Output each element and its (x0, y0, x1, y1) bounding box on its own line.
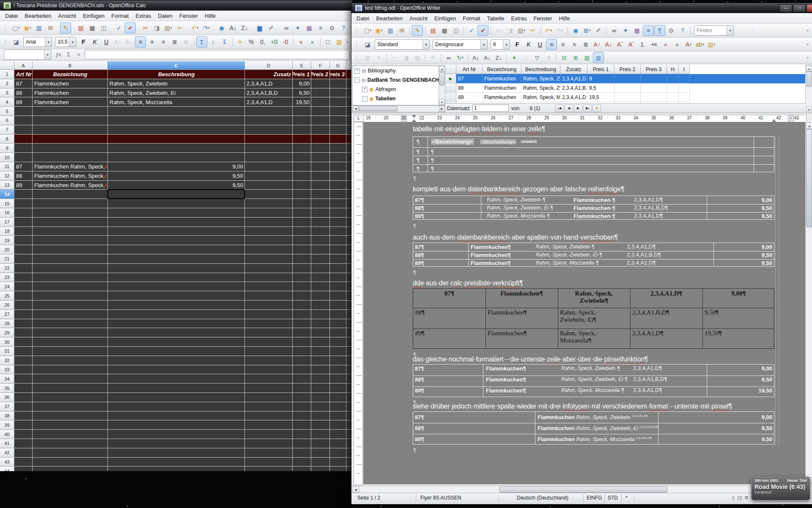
cell-C31[interactable] (108, 347, 245, 356)
sort-button[interactable]: A↕ (470, 52, 481, 63)
underline-button[interactable]: U (535, 39, 546, 50)
cell-E17[interactable] (293, 218, 311, 227)
cell-F24[interactable] (311, 282, 330, 291)
cell-F5[interactable] (311, 107, 330, 116)
cell-E5[interactable] (293, 107, 311, 116)
send-email-button[interactable]: ✉ (45, 22, 56, 33)
cell-G5[interactable] (330, 107, 346, 116)
cell-F13[interactable] (311, 181, 330, 190)
row-header-2[interactable]: 2 (0, 79, 14, 88)
cell-E23[interactable] (293, 273, 311, 282)
cell-F20[interactable] (311, 245, 330, 254)
data-sources-button[interactable]: ≡ (643, 25, 654, 36)
paragraph-style-dropdown-icon[interactable]: ▾ (422, 40, 429, 49)
cell-C35[interactable] (108, 384, 245, 393)
cell-A25[interactable] (14, 291, 33, 301)
cell-F44[interactable] (311, 467, 330, 471)
combined-cell[interactable]: Flammkuchen·Rahm,·Speck,·Zwiebeln,·Ei·2,… (538, 425, 658, 431)
cell-D8[interactable] (245, 135, 293, 144)
cell-E41[interactable] (293, 439, 311, 448)
cell-B44[interactable] (33, 467, 108, 471)
cell-D36[interactable] (245, 393, 293, 402)
cell-A44[interactable] (14, 467, 33, 471)
row-header-36[interactable]: 36 (0, 393, 14, 402)
sort-ascending-button[interactable]: A↓ (228, 22, 239, 33)
cell-C28[interactable] (108, 319, 245, 329)
sort-descending-button[interactable]: Z↓ (493, 52, 504, 63)
background-color-button[interactable]: ▧ (334, 36, 345, 47)
writer-menu-einfgen[interactable]: Einfügen (431, 14, 459, 23)
tree-vertical-scrollbar[interactable]: ▲ ▼ (439, 66, 445, 105)
cell-B41[interactable] (33, 439, 108, 448)
decrease-indent-button[interactable]: « (296, 36, 307, 47)
cell-B24[interactable] (33, 282, 108, 291)
calc-menu-format[interactable]: Format (108, 11, 132, 20)
cell-A32[interactable] (14, 356, 33, 365)
cell-D16[interactable] (245, 208, 293, 218)
insert-chart-button[interactable]: ▆ (254, 22, 265, 33)
copy-button[interactable]: ◨ (505, 25, 516, 36)
cell-B6[interactable] (33, 116, 108, 125)
font-color-button[interactable]: A▾ (683, 39, 694, 50)
scroll-thumb[interactable] (359, 106, 398, 111)
dde-cell[interactable]: 9,50¶ (702, 308, 775, 329)
paragraph-style-combobox[interactable]: Standard▾ (375, 39, 430, 50)
cell-E27[interactable] (293, 310, 311, 319)
cell-D14[interactable] (245, 190, 293, 199)
record-marker-icon[interactable]: ▶ (445, 74, 456, 83)
dde-cell[interactable]: 89¶ (413, 329, 486, 349)
field-2[interactable]: <Beschreibung> (480, 139, 516, 144)
undo-dropdown[interactable]: ▾ (197, 26, 199, 30)
cell-B21[interactable] (33, 254, 108, 264)
cell-A8[interactable] (14, 135, 33, 144)
cell-F29[interactable] (311, 328, 330, 337)
cell-C7[interactable] (108, 125, 245, 135)
scroll-right-icon[interactable]: ▶ (439, 106, 445, 112)
cell-C24[interactable] (108, 282, 245, 291)
cell-B28[interactable] (33, 319, 108, 329)
db-column-header-h[interactable]: H (667, 65, 679, 74)
cell-F42[interactable] (311, 448, 330, 458)
tree-horizontal-scrollbar[interactable]: ◀ ▶ (352, 105, 445, 112)
cell-A28[interactable] (14, 319, 33, 329)
doc-heading-3[interactable]: auch·aus·dem·datenbankbereich·aber·spalt… (413, 234, 618, 241)
column-header-F[interactable]: F (311, 61, 330, 70)
cell-D28[interactable] (245, 319, 293, 329)
cell-E30[interactable] (293, 337, 311, 347)
cell-B22[interactable] (33, 264, 108, 273)
horizontal-ruler[interactable]: ≡ ≡ 19·20·21·22·23·24·25·26·27·28·29·30·… (363, 115, 807, 122)
cell-E31[interactable] (293, 347, 311, 356)
cut-button[interactable]: ✂ (389, 52, 400, 63)
left-indent-marker[interactable] (412, 119, 416, 122)
cell-D24[interactable] (245, 282, 293, 291)
writer-fmt-toolbar-overflow[interactable]: » (805, 42, 810, 47)
row-header-3[interactable]: 3 (0, 88, 14, 98)
paste-button[interactable]: ▧▾ (516, 25, 527, 36)
bold-button[interactable]: F (512, 39, 523, 50)
hyperlink-button[interactable]: ◉ (570, 25, 581, 36)
cell-F32[interactable] (311, 356, 330, 365)
zoom-button[interactable]: ⊙ (326, 22, 337, 33)
writer-menu-extras[interactable]: Extras (508, 14, 530, 23)
cell-D21[interactable] (245, 254, 293, 264)
open-button[interactable]: ▣▾ (373, 25, 384, 36)
background-color-button[interactable]: ▧▾ (706, 39, 717, 50)
db-column-header-zusatz[interactable]: Zusatz (560, 65, 587, 74)
cell-G18[interactable] (330, 227, 346, 236)
cell-E7[interactable] (293, 125, 311, 135)
currency-format-button[interactable]: ¤ (234, 36, 245, 47)
cell-E13[interactable] (293, 181, 311, 190)
cell-G23[interactable] (330, 273, 346, 282)
cell-F39[interactable] (311, 420, 330, 430)
row-header-7[interactable]: 7 (0, 125, 14, 135)
sort-ascending-button[interactable]: A↓ (482, 52, 493, 63)
cell-E21[interactable] (293, 254, 311, 264)
find-and-replace-button[interactable]: ∞ (281, 22, 292, 33)
status-insert-mode[interactable]: EINFG (587, 495, 602, 501)
cell-E11[interactable] (293, 162, 311, 171)
cell-G33[interactable] (330, 365, 346, 375)
row-header-10[interactable]: 10 (0, 153, 14, 162)
cell-F25[interactable] (311, 291, 330, 301)
cell-F7[interactable] (311, 125, 330, 135)
cell-E40[interactable] (293, 430, 311, 439)
